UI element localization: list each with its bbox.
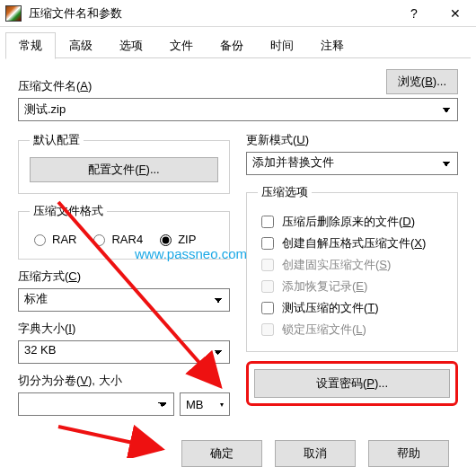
app-icon (5, 5, 22, 22)
format-rar4[interactable]: RAR4 (89, 232, 143, 246)
chevron-down-icon: ▾ (220, 401, 224, 409)
help-button[interactable]: ? (393, 0, 435, 27)
window-title: 压缩文件名和参数 (29, 5, 393, 22)
set-password-button[interactable]: 设置密码(P)... (254, 369, 450, 398)
window-titlebar: 压缩文件名和参数 ? ✕ (0, 0, 476, 27)
help-button-bottom[interactable]: 帮助 (368, 440, 449, 467)
right-column: 更新模式(U) 添加并替换文件 压缩选项 压缩后删除原来的文件(D) 创建自解压… (246, 132, 458, 416)
archive-format-group: 压缩文件格式 RAR RAR4 ZIP (18, 203, 230, 260)
cb-recovery-record: 添加恢复记录(E) (258, 278, 446, 295)
tab-files[interactable]: 文件 (156, 32, 207, 58)
compression-method-label: 压缩方式(C) (18, 269, 230, 285)
tab-general[interactable]: 常规 (5, 32, 56, 59)
cb-lock-archive: 锁定压缩文件(L) (258, 321, 446, 339)
dictionary-size-select[interactable]: 32 KB (18, 340, 230, 364)
update-mode-label: 更新模式(U) (246, 132, 458, 148)
tab-time[interactable]: 时间 (257, 32, 307, 58)
cancel-button[interactable]: 取消 (275, 440, 356, 467)
default-profile-group: 默认配置 配置文件(F)... (18, 132, 230, 194)
compression-options-legend: 压缩选项 (258, 184, 312, 200)
dictionary-size-label: 字典大小(I) (18, 321, 230, 337)
close-button[interactable]: ✕ (435, 0, 476, 27)
tab-advanced[interactable]: 高级 (56, 32, 106, 58)
archive-format-legend: 压缩文件格式 (30, 203, 107, 219)
compression-method-select[interactable]: 标准 (18, 288, 230, 312)
cb-create-solid: 创建固实压缩文件(S) (258, 256, 446, 274)
profiles-button[interactable]: 配置文件(F)... (30, 157, 218, 182)
left-column: 默认配置 配置文件(F)... 压缩文件格式 RAR RAR4 ZIP 压缩方式… (18, 132, 230, 416)
tab-backup[interactable]: 备份 (207, 32, 257, 58)
split-unit-select[interactable]: MB▾ (180, 392, 230, 416)
ok-button[interactable]: 确定 (181, 440, 262, 467)
cb-create-sfx[interactable]: 创建自解压格式压缩文件(X) (258, 234, 446, 252)
tabs: 常规 高级 选项 文件 备份 时间 注释 (0, 27, 476, 58)
format-zip[interactable]: ZIP (155, 232, 196, 246)
tab-content: 压缩文件名(A) 浏览(B)... 默认配置 配置文件(F)... 压缩文件格式… (0, 58, 476, 447)
tab-options[interactable]: 选项 (106, 32, 156, 58)
archive-name-input[interactable] (18, 98, 458, 121)
update-mode-select[interactable]: 添加并替换文件 (246, 152, 458, 175)
cb-delete-after[interactable]: 压缩后删除原来的文件(D) (258, 213, 446, 231)
dialog-buttons: 确定 取消 帮助 (0, 440, 476, 467)
tab-comment[interactable]: 注释 (307, 32, 357, 58)
browse-button[interactable]: 浏览(B)... (386, 69, 458, 94)
split-volumes-label: 切分为分卷(V), 大小 (18, 373, 230, 389)
compression-options-group: 压缩选项 压缩后删除原来的文件(D) 创建自解压格式压缩文件(X) 创建固实压缩… (246, 184, 458, 352)
cb-test-archive[interactable]: 测试压缩的文件(T) (258, 299, 446, 317)
format-rar[interactable]: RAR (30, 232, 76, 246)
default-profile-legend: 默认配置 (30, 132, 84, 148)
split-size-input[interactable] (18, 392, 174, 416)
highlight-set-password: 设置密码(P)... (246, 361, 458, 406)
archive-name-label: 压缩文件名(A) (18, 78, 92, 94)
